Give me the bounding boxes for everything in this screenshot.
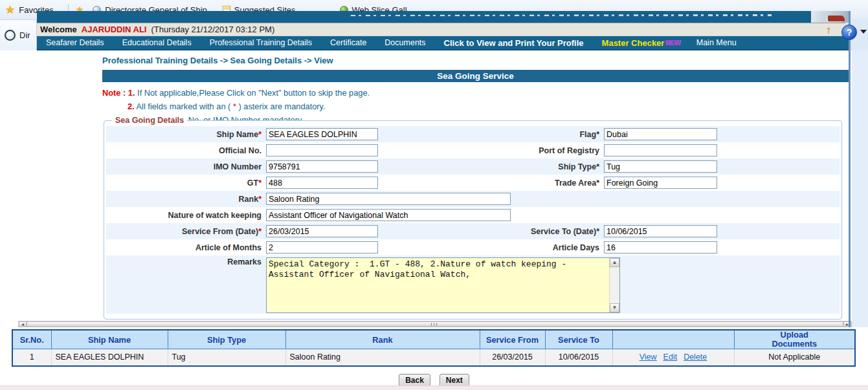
col-actions [612,330,734,349]
note-number: 2. [128,102,135,111]
form-row: Rank* [106,191,840,207]
note-text: All fields marked with an ( [137,102,233,111]
cell-service-from: 26/03/2015 [480,349,545,366]
ship-type-label: Ship Type* [484,162,604,171]
app-window-right-border [849,11,851,327]
article-months-label: Article of Months [106,243,266,252]
new-badge: NEW [665,39,680,47]
cell-service-to: 10/06/2015 [545,349,612,366]
note-text: ) asterix are mandatory. [236,102,326,111]
gt-field[interactable] [266,177,378,189]
imo-number-field[interactable] [266,160,378,173]
rank-field[interactable] [266,193,511,205]
help-icon[interactable]: ? [841,25,857,40]
note-line-1: Note : 1. If Not applicable,Please Click… [102,86,370,100]
breadcrumb: Professional Training Details -> Sea Goi… [102,56,333,65]
bottom-strip [0,385,868,390]
ship-name-label: Ship Name* [106,130,266,139]
article-months-field[interactable] [266,241,378,254]
port-of-registry-label: Port of Registry [484,146,604,155]
rank-label: Rank* [106,195,266,204]
view-link[interactable]: View [640,352,657,362]
form-row: Nature of watch keeping [106,207,840,223]
up-arrow-icon[interactable]: ↑ [827,24,832,35]
port-of-registry-field[interactable] [604,144,717,157]
scrollbar-thumb[interactable] [27,321,843,327]
service-from-field[interactable] [266,225,378,237]
imo-number-label: IMO Number [106,162,266,171]
cell-upload-documents: Not Applicable [734,349,855,366]
back-button[interactable]: Back [399,374,430,387]
table-header-row: Sr.No. Ship Name Ship Type Rank Service … [12,330,855,349]
trade-area-field[interactable] [604,177,717,189]
browser-tab[interactable]: Dir [0,19,37,50]
nav-professional-training-details[interactable]: Professional Training Details [201,38,321,47]
scroll-down-icon[interactable]: ▼ [610,303,619,312]
watch-keeping-label: Nature of watch keeping [106,211,266,220]
table-row: 1 SEA EAGLES DOLPHIN Tug Saloon Rating 2… [12,349,855,366]
col-service-to: Service To [545,330,612,349]
fieldset-legend: Sea Going Details [112,116,187,125]
official-no-field[interactable] [266,144,378,157]
form-row: Official No. Port of Registry [106,142,840,158]
col-ship-name: Ship Name [51,330,168,349]
remarks-scrollbar[interactable]: ▲ ▼ [609,258,619,312]
delete-link[interactable]: Delete [684,352,707,362]
page-title: Sea Going Service [102,70,849,82]
nav-main-menu[interactable]: Main Menu [687,38,746,47]
welcome-label: Welcome [40,25,77,34]
tab-label: Dir [19,30,30,40]
watch-keeping-field[interactable] [266,209,511,221]
horizontal-scrollbar[interactable]: ◄ ► [18,321,852,327]
col-service-from: Service From [480,330,545,349]
flag-field[interactable] [604,128,717,140]
cell-actions: ViewEditDelete [612,349,734,366]
flag-label: Flag* [484,130,604,139]
ship-name-field[interactable] [266,128,378,140]
next-button[interactable]: Next [440,374,469,387]
ship-type-field[interactable] [604,160,717,173]
note-prefix: Note : [102,88,126,98]
sea-going-details-fieldset: Sea Going Details Ship Name* Flag* Offic… [104,120,842,320]
official-no-label: Official No. [106,146,266,155]
cell-sr-no: 1 [12,349,51,366]
cell-rank: Saloon Rating [285,349,480,366]
right-gutter [852,50,868,327]
form-row: Service From (Date)* Service To (Date)* [106,223,840,239]
col-sr-no: Sr.No. [12,330,51,349]
note-number: 1. [128,88,135,98]
edit-link[interactable]: Edit [663,352,678,362]
nav-seafarer-details[interactable]: Seafarer Details [37,38,113,47]
app-header-bar [37,11,849,23]
user-name: AJARUDDIN ALI [82,25,147,34]
footer-buttons: Back Next [0,374,868,387]
nav-documents[interactable]: Documents [375,38,434,47]
nav-educational-details[interactable]: Educational Details [113,38,201,47]
cell-ship-name: SEA EAGLES DOLPHIN [51,349,168,366]
col-upload-documents: Upload Documents [734,330,855,349]
service-to-label: Service To (Date)* [484,227,604,236]
header-graphic [811,11,849,23]
welcome-bar: Welcome AJARUDDIN ALI (Thursday 21/12/20… [37,23,845,36]
article-days-field[interactable] [604,241,717,254]
remarks-text: Special Category : 1.GT - 488, 2.Nature … [267,258,609,312]
service-to-field[interactable] [604,225,717,237]
form-row: Article of Months Article Days [106,239,840,255]
main-nav-bar: Seafarer Details Educational Details Pro… [37,36,849,50]
nav-view-print-profile[interactable]: Click to View and Print Your Profile [435,38,593,48]
remarks-textarea[interactable]: Special Category : 1.GT - 488, 2.Nature … [266,257,620,313]
nav-master-checker[interactable]: Master Checker [593,38,666,48]
trade-area-label: Trade Area* [484,179,604,188]
gt-label: GT* [106,179,266,188]
sea-service-table: Sr.No. Ship Name Ship Type Rank Service … [12,329,856,367]
col-rank: Rank [285,330,480,349]
scroll-up-icon[interactable]: ▲ [610,258,619,267]
nav-certificate[interactable]: Certificate [321,38,375,47]
scroll-left-icon[interactable]: ◄ [19,321,27,327]
form-row: GT* Trade Area* [106,175,840,191]
cell-ship-type: Tug [168,349,285,366]
form-row: IMO Number Ship Type* [106,158,840,175]
note-text: If Not applicable,Please Click on "Next"… [137,88,370,98]
favorites-star-icon[interactable]: ★ [5,3,15,17]
dropdown-caret-icon[interactable] [860,30,867,34]
